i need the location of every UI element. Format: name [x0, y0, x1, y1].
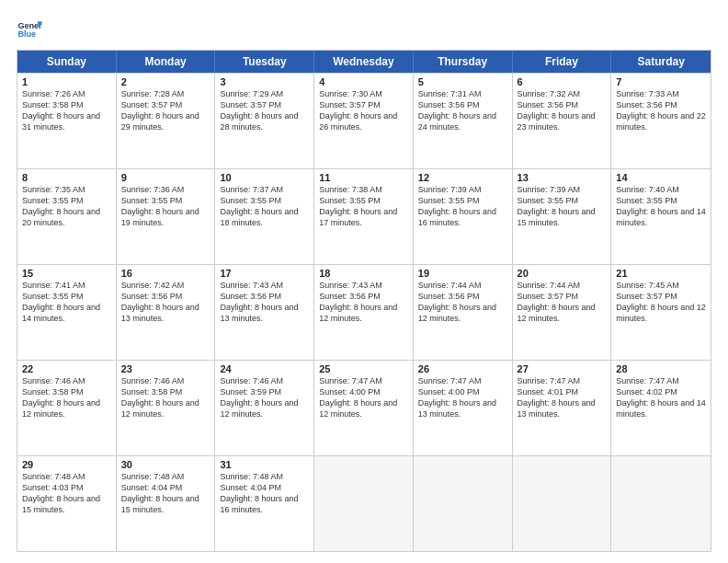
calendar-week-3: 15Sunrise: 7:41 AMSunset: 3:55 PMDayligh… — [17, 264, 711, 360]
calendar-body: 1Sunrise: 7:26 AMSunset: 3:58 PMDaylight… — [17, 73, 711, 551]
calendar-page: General Blue SundayMondayTuesdayWednesda… — [0, 0, 728, 563]
logo-icon: General Blue — [17, 17, 42, 42]
header-day-saturday: Saturday — [611, 51, 711, 73]
calendar-cell-9: 9Sunrise: 7:36 AMSunset: 3:55 PMDaylight… — [117, 169, 216, 264]
calendar-cell-15: 15Sunrise: 7:41 AMSunset: 3:55 PMDayligh… — [17, 265, 117, 360]
calendar-cell-5: 5Sunrise: 7:31 AMSunset: 3:56 PMDaylight… — [414, 74, 513, 168]
calendar-cell-empty — [513, 456, 612, 551]
calendar-cell-8: 8Sunrise: 7:35 AMSunset: 3:55 PMDaylight… — [17, 169, 117, 264]
calendar-cell-14: 14Sunrise: 7:40 AMSunset: 3:55 PMDayligh… — [611, 169, 711, 264]
calendar-cell-25: 25Sunrise: 7:47 AMSunset: 4:00 PMDayligh… — [314, 361, 414, 455]
svg-text:Blue: Blue — [17, 29, 36, 39]
calendar-cell-21: 21Sunrise: 7:45 AMSunset: 3:57 PMDayligh… — [611, 265, 711, 360]
logo: General Blue — [17, 17, 42, 42]
calendar-cell-empty — [611, 456, 711, 551]
calendar-cell-29: 29Sunrise: 7:48 AMSunset: 4:03 PMDayligh… — [17, 456, 117, 551]
header-day-sunday: Sunday — [17, 51, 117, 73]
calendar-cell-31: 31Sunrise: 7:48 AMSunset: 4:04 PMDayligh… — [215, 456, 314, 551]
calendar-cell-empty — [414, 456, 513, 551]
calendar-cell-2: 2Sunrise: 7:28 AMSunset: 3:57 PMDaylight… — [117, 74, 216, 168]
calendar-cell-12: 12Sunrise: 7:39 AMSunset: 3:55 PMDayligh… — [414, 169, 513, 264]
calendar-cell-1: 1Sunrise: 7:26 AMSunset: 3:58 PMDaylight… — [17, 74, 117, 168]
calendar-cell-3: 3Sunrise: 7:29 AMSunset: 3:57 PMDaylight… — [215, 74, 314, 168]
calendar-cell-11: 11Sunrise: 7:38 AMSunset: 3:55 PMDayligh… — [314, 169, 414, 264]
header-day-monday: Monday — [117, 51, 216, 73]
calendar: SundayMondayTuesdayWednesdayThursdayFrid… — [17, 50, 711, 552]
calendar-cell-16: 16Sunrise: 7:42 AMSunset: 3:56 PMDayligh… — [117, 265, 216, 360]
calendar-week-1: 1Sunrise: 7:26 AMSunset: 3:58 PMDaylight… — [17, 73, 711, 168]
calendar-week-4: 22Sunrise: 7:46 AMSunset: 3:58 PMDayligh… — [17, 360, 711, 455]
calendar-cell-26: 26Sunrise: 7:47 AMSunset: 4:00 PMDayligh… — [414, 361, 513, 455]
calendar-cell-empty — [314, 456, 414, 551]
header: General Blue — [17, 17, 711, 42]
calendar-week-2: 8Sunrise: 7:35 AMSunset: 3:55 PMDaylight… — [17, 168, 711, 264]
calendar-cell-7: 7Sunrise: 7:33 AMSunset: 3:56 PMDaylight… — [611, 74, 711, 168]
calendar-cell-17: 17Sunrise: 7:43 AMSunset: 3:56 PMDayligh… — [215, 265, 314, 360]
calendar-header: SundayMondayTuesdayWednesdayThursdayFrid… — [17, 51, 711, 73]
calendar-week-5: 29Sunrise: 7:48 AMSunset: 4:03 PMDayligh… — [17, 455, 711, 551]
calendar-cell-23: 23Sunrise: 7:46 AMSunset: 3:58 PMDayligh… — [117, 361, 216, 455]
calendar-cell-19: 19Sunrise: 7:44 AMSunset: 3:56 PMDayligh… — [414, 265, 513, 360]
calendar-cell-22: 22Sunrise: 7:46 AMSunset: 3:58 PMDayligh… — [17, 361, 117, 455]
calendar-cell-24: 24Sunrise: 7:46 AMSunset: 3:59 PMDayligh… — [215, 361, 314, 455]
header-day-tuesday: Tuesday — [215, 51, 314, 73]
calendar-cell-13: 13Sunrise: 7:39 AMSunset: 3:55 PMDayligh… — [513, 169, 612, 264]
header-day-thursday: Thursday — [414, 51, 513, 73]
calendar-cell-27: 27Sunrise: 7:47 AMSunset: 4:01 PMDayligh… — [513, 361, 612, 455]
calendar-cell-20: 20Sunrise: 7:44 AMSunset: 3:57 PMDayligh… — [513, 265, 612, 360]
calendar-cell-18: 18Sunrise: 7:43 AMSunset: 3:56 PMDayligh… — [314, 265, 414, 360]
calendar-cell-10: 10Sunrise: 7:37 AMSunset: 3:55 PMDayligh… — [215, 169, 314, 264]
calendar-cell-28: 28Sunrise: 7:47 AMSunset: 4:02 PMDayligh… — [611, 361, 711, 455]
calendar-cell-6: 6Sunrise: 7:32 AMSunset: 3:56 PMDaylight… — [513, 74, 612, 168]
calendar-cell-4: 4Sunrise: 7:30 AMSunset: 3:57 PMDaylight… — [314, 74, 414, 168]
calendar-cell-30: 30Sunrise: 7:48 AMSunset: 4:04 PMDayligh… — [117, 456, 216, 551]
header-day-wednesday: Wednesday — [314, 51, 414, 73]
header-day-friday: Friday — [513, 51, 612, 73]
